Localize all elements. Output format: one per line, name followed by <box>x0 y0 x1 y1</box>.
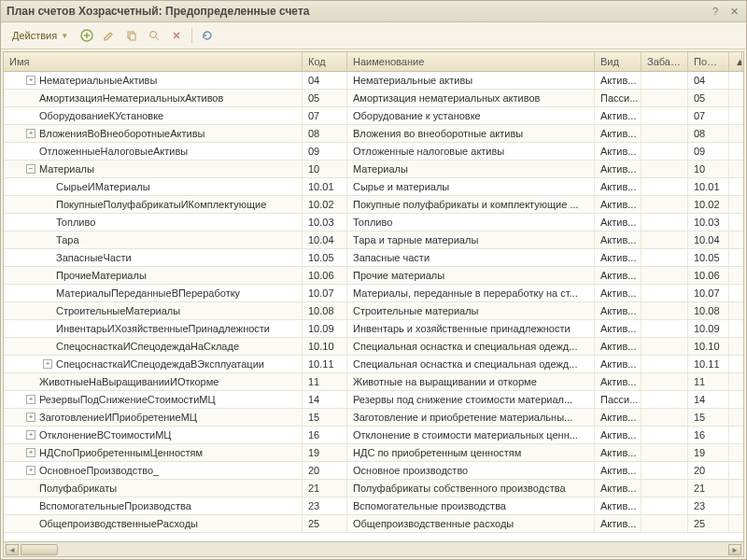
cell-desc: Вспомогательные производства <box>347 497 595 514</box>
table-row[interactable]: СтроительныеМатериалы10.08Строительные м… <box>4 302 743 320</box>
cell-type: Актив... <box>595 143 641 160</box>
account-name: ВспомогательныеПроизводства <box>39 500 191 511</box>
actions-menu[interactable]: Действия ▼ <box>7 28 74 43</box>
delete-icon[interactable] <box>167 26 186 45</box>
table-row[interactable]: +ОтклонениеВСтоимостиМЦ16Отклонение в ст… <box>4 427 743 444</box>
table-row[interactable]: +ВложенияВоВнеоборотныеАктивы08Вложения … <box>4 125 743 143</box>
expand-icon[interactable]: + <box>26 430 35 440</box>
help-icon[interactable]: ? <box>709 5 722 18</box>
add-icon[interactable] <box>78 26 96 45</box>
cell-type: Актив... <box>595 178 641 195</box>
expand-icon[interactable]: + <box>26 395 35 404</box>
col-desc[interactable]: Наименование <box>347 52 595 71</box>
scroll-left-icon[interactable]: ◄ <box>6 544 19 555</box>
cell-desc: Тара и тарные материалы <box>347 231 595 248</box>
cell-type: Актив... <box>595 267 641 284</box>
cell-name: ЖивотныеНаВыращиванииИОткорме <box>4 373 303 390</box>
scroll-right-icon[interactable]: ► <box>728 544 741 555</box>
cell-code: 20 <box>303 462 347 479</box>
cell-desc: Материалы, переданные в переработку на с… <box>347 285 595 301</box>
cell-type: Пасси... <box>595 90 641 106</box>
expand-icon[interactable]: + <box>26 413 35 422</box>
cell-desc: Запасные части <box>347 249 595 266</box>
expand-icon[interactable]: + <box>26 466 35 475</box>
cell-type: Актив... <box>595 107 641 124</box>
cell-ord: 10.02 <box>688 196 729 213</box>
table-row[interactable]: +СпецоснасткаИСпецодеждаВЭксплуатации10.… <box>4 356 743 373</box>
expand-icon[interactable]: + <box>26 76 35 85</box>
table-row[interactable]: +РезервыПодСнижениеСтоимостиМЦ14Резервы … <box>4 391 743 409</box>
table-body[interactable]: +НематериальныеАктивы04Нематериальные ак… <box>4 72 743 541</box>
table-row[interactable]: ИнвентарьИХозяйственныеПринадлежности10.… <box>4 320 743 338</box>
cell-bal <box>641 302 688 319</box>
cell-bal <box>641 356 688 372</box>
account-name: ЗапасныеЧасти <box>56 252 132 263</box>
table-row[interactable]: −Материалы10МатериалыАктив...10 <box>4 161 743 178</box>
cell-bal <box>641 267 688 284</box>
cell-type: Актив... <box>595 214 641 231</box>
col-bal[interactable]: Забал... <box>641 52 688 71</box>
table-row[interactable]: Полуфабрикаты21Полуфабрикаты собственног… <box>4 480 743 497</box>
cell-type: Актив... <box>595 249 641 266</box>
col-code[interactable]: Код <box>303 52 347 71</box>
cell-bal <box>641 480 688 497</box>
account-name: ОтложенныеНалоговыеАктивы <box>39 146 188 157</box>
account-name: ПокупныеПолуфабрикатыИКомплектующие <box>56 199 266 210</box>
table-row[interactable]: ОборудованиеКУстановке07Оборудование к у… <box>4 107 743 125</box>
cell-desc: Полуфабрикаты собственного производства <box>347 480 595 497</box>
table-row[interactable]: ЖивотныеНаВыращиванииИОткорме11Животные … <box>4 373 743 391</box>
cell-name: −Материалы <box>4 161 303 177</box>
table-row[interactable]: ОбщепроизводственныеРасходы25Общепроизво… <box>4 515 743 533</box>
cell-desc: Материалы <box>347 161 595 177</box>
expand-icon[interactable]: + <box>26 129 35 138</box>
table-row[interactable]: +НДСпоПриобретеннымЦенностям19НДС по при… <box>4 444 743 462</box>
table-row[interactable]: +ЗаготовлениеИПриобретениеМЦ15Заготовлен… <box>4 409 743 427</box>
cell-type: Пасси... <box>595 391 641 408</box>
cell-code: 07 <box>303 107 347 124</box>
expand-icon[interactable]: + <box>43 359 52 369</box>
table-row[interactable]: +ОсновноеПроизводство_20Основное произво… <box>4 462 743 480</box>
view-icon[interactable] <box>145 26 163 45</box>
cell-ord: 11 <box>688 373 729 390</box>
cell-ord: 09 <box>688 143 729 160</box>
collapse-icon[interactable]: − <box>26 164 35 174</box>
table-row[interactable]: СырьеИМатериалы10.01Сырье и материалыАкт… <box>4 178 743 196</box>
table-row[interactable]: ПокупныеПолуфабрикатыИКомплектующие10.02… <box>4 196 743 214</box>
close-icon[interactable]: ✕ <box>727 5 740 18</box>
col-name[interactable]: Имя <box>4 52 303 71</box>
col-type[interactable]: Вид <box>595 52 641 71</box>
cell-name: ОборудованиеКУстановке <box>4 107 303 124</box>
table-row[interactable]: ОтложенныеНалоговыеАктивы09Отложенные на… <box>4 143 743 161</box>
table-row[interactable]: МатериалыПереданныеВПереработку10.07Мате… <box>4 285 743 302</box>
table-row[interactable]: СпецоснасткаИСпецодеждаНаСкладе10.10Спец… <box>4 338 743 356</box>
table-row[interactable]: ПрочиеМатериалы10.06Прочие материалыАкти… <box>4 267 743 285</box>
cell-type: Актив... <box>595 285 641 301</box>
refresh-icon[interactable] <box>198 26 217 45</box>
table-row[interactable]: АмортизацияНематериальныхАктивов05Аморти… <box>4 90 743 107</box>
table-row[interactable]: +НематериальныеАктивы04Нематериальные ак… <box>4 72 743 90</box>
cell-code: 10.06 <box>303 267 347 284</box>
horizontal-scrollbar[interactable]: ◄ ► <box>4 541 743 556</box>
cell-code: 14 <box>303 391 347 408</box>
table-row[interactable]: Тара10.04Тара и тарные материалыАктив...… <box>4 231 743 249</box>
cell-name: +ОтклонениеВСтоимостиМЦ <box>4 427 303 443</box>
expand-icon[interactable]: + <box>26 448 35 457</box>
table-row[interactable]: ВспомогательныеПроизводства23Вспомогател… <box>4 497 743 515</box>
col-ord[interactable]: Поряд... <box>688 52 729 71</box>
cell-type: Актив... <box>595 338 641 355</box>
table-row[interactable]: ЗапасныеЧасти10.05Запасные частиАктив...… <box>4 249 743 267</box>
table-row[interactable]: Топливо10.03ТопливоАктив...10.03 <box>4 214 743 231</box>
cell-name: СпецоснасткаИСпецодеждаНаСкладе <box>4 338 303 355</box>
cell-desc: Вложения во внеоборотные активы <box>347 125 595 142</box>
edit-icon[interactable] <box>100 26 119 45</box>
scroll-thumb[interactable] <box>21 544 58 555</box>
actions-label: Действия <box>12 30 57 41</box>
cell-desc: Отклонение в стоимости материальных ценн… <box>347 427 595 443</box>
cell-bal <box>641 320 688 337</box>
copy-icon[interactable] <box>122 26 141 45</box>
chevron-down-icon: ▼ <box>61 32 68 40</box>
cell-code: 10.08 <box>303 302 347 319</box>
cell-desc: Отложенные налоговые активы <box>347 143 595 160</box>
cell-code: 19 <box>303 444 347 461</box>
cell-ord: 04 <box>688 72 729 89</box>
